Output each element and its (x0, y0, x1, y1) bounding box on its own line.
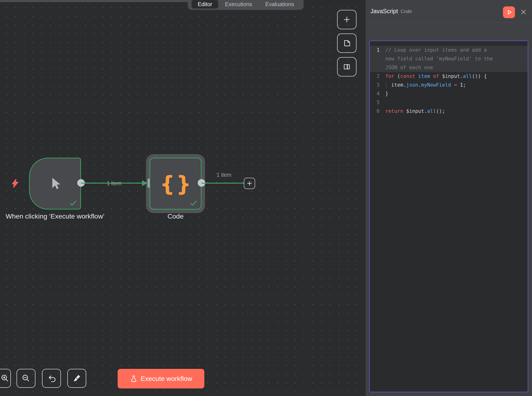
code-line: JSON of each one (385, 63, 433, 72)
tab-executions[interactable]: Executions (218, 0, 259, 8)
code-row[interactable]: new field called 'myNewField' to the (370, 54, 528, 63)
node-manual-trigger[interactable] (29, 158, 81, 210)
tab-editor[interactable]: Editor (191, 0, 218, 8)
tidy-up-button[interactable] (67, 369, 86, 388)
line-number (370, 54, 385, 63)
tab-evaluations[interactable]: Evaluations (259, 0, 301, 8)
close-panel-button[interactable] (520, 9, 527, 15)
split-panel-icon (342, 62, 351, 71)
code-editor-rows: 1// Loop over input items and add anew f… (370, 46, 528, 116)
panel-header: JavaScript Code (365, 0, 532, 23)
code-line: // Loop over input items and add a (385, 46, 487, 54)
line-number: 6 (370, 107, 385, 116)
zoom-out-icon (21, 373, 31, 383)
success-check-icon (69, 200, 77, 206)
code-braces-icon: {} (161, 172, 190, 196)
line-number: 3 (370, 81, 385, 89)
execute-workflow-button[interactable]: Execute workflow (118, 369, 204, 388)
line-number (370, 63, 385, 72)
node-code[interactable]: {} (149, 158, 202, 210)
code-row[interactable]: 5 (370, 98, 528, 107)
connection-arrowhead (142, 180, 148, 186)
plus-icon (246, 180, 253, 187)
code-row[interactable]: JSON of each one (370, 63, 528, 72)
play-icon (506, 9, 513, 16)
line-number: 5 (370, 98, 385, 107)
panel-title: JavaScript (371, 8, 398, 15)
connection-items-label: 1 item (107, 180, 122, 187)
trigger-node-label: When clicking ‘Execute workflow’ (3, 212, 107, 221)
view-tabs: Editor Executions Evaluations (188, 0, 304, 10)
code-row[interactable]: 6return $input.all(); (370, 107, 528, 116)
zoom-in-icon (0, 373, 10, 383)
add-sticky-note-button[interactable] (337, 34, 357, 53)
line-number: 4 (370, 89, 385, 98)
code-row[interactable]: 4} (370, 89, 528, 98)
connection-items-label: 1 item (205, 172, 243, 178)
code-row[interactable]: 2for (const item of $input.all()) { (370, 72, 528, 81)
code-line: new field called 'myNewField' to the (385, 54, 493, 63)
split-panel-button[interactable] (337, 57, 357, 76)
line-number: 1 (370, 46, 385, 54)
undo-button[interactable] (42, 369, 61, 388)
code-line: item.json.myNewField = 1; (385, 81, 466, 89)
workflow-canvas[interactable]: Editor Executions Evaluations 1 item (0, 0, 365, 396)
add-next-node-button[interactable] (244, 178, 255, 189)
success-check-icon (190, 200, 197, 206)
code-node-label: Code (149, 212, 202, 221)
connection-code-stub[interactable] (202, 183, 244, 184)
line-number: 2 (370, 72, 385, 81)
code-editor[interactable]: 1// Loop over input items and add anew f… (369, 41, 528, 392)
zoom-in-button[interactable] (0, 369, 11, 388)
undo-icon (47, 373, 56, 383)
top-bar-strip (0, 0, 188, 2)
panel-subtitle: Code (401, 8, 412, 14)
cursor-icon (48, 176, 62, 191)
close-icon (520, 9, 527, 15)
plus-icon (342, 15, 351, 24)
code-node-panel: JavaScript Code 1// Loop over input item… (365, 0, 532, 396)
run-code-button[interactable] (503, 6, 515, 18)
sticky-note-icon (342, 39, 351, 48)
code-row[interactable]: 1// Loop over input items and add a (370, 46, 528, 54)
add-node-button[interactable] (337, 10, 357, 29)
code-line (385, 98, 385, 107)
flask-icon (130, 375, 137, 383)
zoom-out-button[interactable] (17, 369, 36, 388)
code-line: } (385, 89, 388, 98)
code-row[interactable]: 3 item.json.myNewField = 1; (370, 81, 528, 89)
trigger-bolt-icon (11, 179, 19, 188)
tidy-up-icon (72, 373, 82, 383)
code-line: return $input.all(); (385, 107, 445, 116)
execute-workflow-label: Execute workflow (141, 375, 192, 383)
code-line: for (const item of $input.all()) { (385, 72, 487, 81)
